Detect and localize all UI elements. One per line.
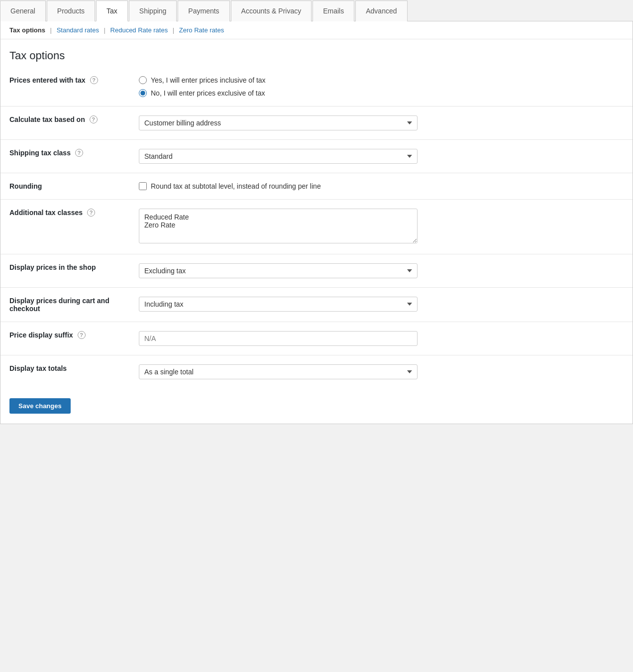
tab-advanced[interactable]: Advanced bbox=[355, 0, 407, 21]
tab-general[interactable]: General bbox=[0, 0, 46, 21]
row-shipping-tax-class: Shipping tax class ? Standard Reduced Ra… bbox=[0, 140, 633, 173]
prices-entered-radio-group: Yes, I will enter prices inclusive of ta… bbox=[139, 76, 624, 97]
rounding-checkbox-label[interactable]: Round tax at subtotal level, instead of … bbox=[139, 182, 624, 190]
shipping-tax-help-icon[interactable]: ? bbox=[75, 149, 83, 157]
tabs-bar: General Products Tax Shipping Payments A… bbox=[0, 0, 633, 21]
subnav-zero-rate-rates[interactable]: Zero Rate rates bbox=[179, 26, 224, 34]
row-calculate-tax: Calculate tax based on ? Customer billin… bbox=[0, 107, 633, 140]
row-additional-tax-classes: Additional tax classes ? Reduced Rate Ze… bbox=[0, 200, 633, 254]
display-prices-shop-select[interactable]: Excluding tax Including tax bbox=[139, 263, 418, 278]
row-price-display-suffix: Price display suffix ? bbox=[0, 322, 633, 355]
subnav-standard-rates[interactable]: Standard rates bbox=[57, 26, 99, 34]
row-rounding: Rounding Round tax at subtotal level, in… bbox=[0, 173, 633, 200]
additional-tax-textarea[interactable]: Reduced Rate Zero Rate bbox=[139, 209, 418, 243]
radio-inclusive[interactable] bbox=[139, 76, 147, 84]
prices-entered-help-icon[interactable]: ? bbox=[90, 76, 98, 84]
row-display-tax-totals: Display tax totals As a single total Ite… bbox=[0, 355, 633, 389]
prices-entered-label: Prices entered with tax bbox=[9, 76, 86, 84]
row-display-prices-shop: Display prices in the shop Excluding tax… bbox=[0, 254, 633, 288]
tab-payments[interactable]: Payments bbox=[178, 0, 229, 21]
rounding-checkbox[interactable] bbox=[139, 182, 147, 190]
settings-table: Prices entered with tax ? Yes, I will en… bbox=[0, 67, 633, 388]
subnav-reduced-rate-rates[interactable]: Reduced Rate rates bbox=[110, 26, 168, 34]
radio-exclusive-label[interactable]: No, I will enter prices exclusive of tax bbox=[139, 89, 624, 97]
radio-inclusive-text: Yes, I will enter prices inclusive of ta… bbox=[151, 76, 266, 84]
additional-tax-label: Additional tax classes bbox=[9, 209, 83, 217]
shipping-tax-select[interactable]: Standard Reduced Rate Zero Rate bbox=[139, 149, 418, 164]
calculate-tax-label: Calculate tax based on bbox=[9, 115, 85, 123]
rounding-label: Rounding bbox=[9, 182, 42, 190]
content-area: Tax options | Standard rates | Reduced R… bbox=[0, 21, 633, 424]
display-tax-totals-label: Display tax totals bbox=[9, 364, 67, 372]
price-suffix-input[interactable] bbox=[139, 331, 418, 346]
display-tax-totals-select[interactable]: As a single total Itemized bbox=[139, 364, 418, 379]
radio-inclusive-label[interactable]: Yes, I will enter prices inclusive of ta… bbox=[139, 76, 624, 84]
radio-exclusive-text: No, I will enter prices exclusive of tax bbox=[151, 89, 265, 97]
page-wrapper: General Products Tax Shipping Payments A… bbox=[0, 0, 633, 672]
tab-accounts-privacy[interactable]: Accounts & Privacy bbox=[231, 0, 312, 21]
subnav-current: Tax options bbox=[9, 26, 45, 34]
row-display-prices-cart: Display prices during cart and checkout … bbox=[0, 288, 633, 322]
tab-shipping[interactable]: Shipping bbox=[129, 0, 177, 21]
row-prices-entered-with-tax: Prices entered with tax ? Yes, I will en… bbox=[0, 67, 633, 107]
radio-exclusive[interactable] bbox=[139, 89, 147, 97]
sub-nav: Tax options | Standard rates | Reduced R… bbox=[0, 21, 633, 39]
page-title: Tax options bbox=[0, 39, 633, 67]
tab-emails[interactable]: Emails bbox=[313, 0, 354, 21]
rounding-checkbox-text: Round tax at subtotal level, instead of … bbox=[151, 182, 321, 190]
price-suffix-help-icon[interactable]: ? bbox=[78, 331, 86, 339]
calculate-tax-select[interactable]: Customer billing address Customer shippi… bbox=[139, 115, 418, 130]
display-prices-cart-select[interactable]: Including tax Excluding tax bbox=[139, 297, 418, 312]
display-prices-cart-label: Display prices during cart and checkout bbox=[9, 297, 109, 313]
tab-products[interactable]: Products bbox=[47, 0, 95, 21]
shipping-tax-label: Shipping tax class bbox=[9, 149, 71, 157]
save-changes-button[interactable]: Save changes bbox=[9, 398, 71, 414]
price-suffix-label: Price display suffix bbox=[9, 331, 73, 339]
additional-tax-help-icon[interactable]: ? bbox=[87, 209, 95, 217]
calculate-tax-help-icon[interactable]: ? bbox=[90, 115, 98, 123]
display-prices-shop-label: Display prices in the shop bbox=[9, 263, 96, 271]
tab-tax[interactable]: Tax bbox=[96, 0, 128, 21]
